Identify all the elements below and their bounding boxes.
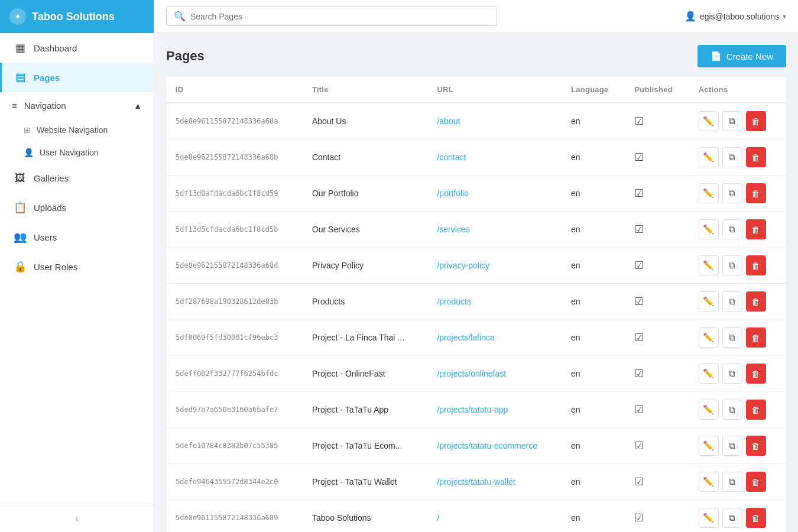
pages-icon: ▤ [14, 71, 27, 84]
search-box[interactable]: 🔍 [166, 7, 497, 26]
cell-url-3[interactable]: /services [427, 212, 562, 248]
cell-url-8[interactable]: /projects/tatatu-app [427, 392, 562, 428]
cell-title-1: Contact [303, 140, 428, 176]
cell-actions-1: ✏️ ⧉ 🗑 [689, 140, 786, 176]
url-link-6[interactable]: /projects/lafinca [437, 333, 494, 342]
create-new-button[interactable]: 📄 Create New [698, 45, 786, 67]
app-name: Taboo Solutions [32, 11, 115, 23]
delete-button-5[interactable]: 🗑 [746, 291, 766, 312]
url-link-8[interactable]: /projects/tatatu-app [437, 405, 508, 414]
copy-button-3[interactable]: ⧉ [722, 219, 742, 239]
sidebar-item-pages[interactable]: ▤ Pages [0, 63, 154, 92]
action-buttons-1: ✏️ ⧉ 🗑 [699, 147, 777, 167]
url-link-9[interactable]: /projects/tatatu-ecommerce [437, 441, 537, 450]
cell-url-1[interactable]: /contact [427, 140, 562, 176]
copy-button-0[interactable]: ⧉ [722, 111, 742, 131]
url-link-10[interactable]: /projects/tatatu-wallet [437, 477, 515, 486]
user-navigation-icon: 👤 [24, 148, 34, 157]
edit-button-8[interactable]: ✏️ [699, 400, 719, 420]
cell-url-11[interactable]: / [427, 500, 562, 533]
sidebar-item-website-navigation[interactable]: ⊞ Website Navigation [0, 119, 154, 141]
edit-button-3[interactable]: ✏️ [699, 219, 719, 239]
copy-button-10[interactable]: ⧉ [722, 472, 742, 492]
edit-button-2[interactable]: ✏️ [699, 183, 719, 203]
edit-button-7[interactable]: ✏️ [699, 364, 719, 384]
table-row: 5ded97a7a650e3160a6bafe7 Project - TaTaT… [166, 392, 786, 428]
sidebar-item-dashboard[interactable]: ▦ Dashboard [0, 33, 154, 63]
search-input[interactable] [190, 12, 489, 21]
copy-button-6[interactable]: ⧉ [722, 327, 742, 348]
cell-url-2[interactable]: /portfolio [427, 176, 562, 212]
delete-button-3[interactable]: 🗑 [746, 219, 766, 239]
sidebar-label-website-navigation: Website Navigation [37, 125, 108, 135]
cell-actions-2: ✏️ ⧉ 🗑 [689, 176, 786, 212]
url-link-3[interactable]: /services [437, 225, 469, 234]
url-link-4[interactable]: /privacy-policy [437, 261, 489, 270]
cell-url-6[interactable]: /projects/lafinca [427, 320, 562, 356]
edit-button-0[interactable]: ✏️ [699, 111, 719, 131]
galleries-icon: 🖼 [14, 172, 27, 184]
cell-published-3: ☑ [625, 212, 689, 248]
edit-button-11[interactable]: ✏️ [699, 508, 719, 528]
url-link-5[interactable]: /products [437, 297, 471, 306]
cell-url-5[interactable]: /products [427, 284, 562, 320]
action-buttons-9: ✏️ ⧉ 🗑 [699, 436, 777, 456]
delete-button-8[interactable]: 🗑 [746, 400, 766, 420]
sidebar-item-user-roles[interactable]: 🔒 User Roles [0, 252, 154, 281]
sidebar-item-galleries[interactable]: 🖼 Galleries [0, 164, 154, 193]
cell-url-0[interactable]: /about [427, 103, 562, 140]
copy-button-5[interactable]: ⧉ [722, 291, 742, 312]
sidebar-item-navigation[interactable]: ≡ Navigation ▲ [0, 92, 154, 119]
edit-button-4[interactable]: ✏️ [699, 255, 719, 275]
sidebar-item-users[interactable]: 👥 Users [0, 222, 154, 252]
table-row: 5df13d0afdacda6bc1f8cd59 Our Portfolio /… [166, 176, 786, 212]
delete-button-1[interactable]: 🗑 [746, 147, 766, 167]
copy-button-1[interactable]: ⧉ [722, 147, 742, 167]
delete-button-7[interactable]: 🗑 [746, 364, 766, 384]
copy-button-2[interactable]: ⧉ [722, 183, 742, 203]
sidebar-nav: ▦ Dashboard▤ Pages ≡ Navigation ▲⊞ Websi… [0, 33, 154, 281]
page-title: Pages [166, 48, 205, 64]
action-buttons-2: ✏️ ⧉ 🗑 [699, 183, 777, 203]
cell-url-4[interactable]: /privacy-policy [427, 248, 562, 284]
user-menu[interactable]: 👤 egis@taboo.solutions ▾ [685, 11, 786, 22]
url-link-7[interactable]: /projects/onlinefast [437, 369, 506, 378]
sidebar-collapse-button[interactable]: ‹ [0, 505, 154, 532]
cell-title-3: Our Services [303, 212, 428, 248]
url-link-1[interactable]: /contact [437, 153, 466, 162]
cell-id-0: 5de8e961155872148336a68a [166, 103, 303, 140]
edit-button-10[interactable]: ✏️ [699, 472, 719, 492]
edit-button-1[interactable]: ✏️ [699, 147, 719, 167]
url-link-0[interactable]: /about [437, 116, 460, 126]
url-link-11[interactable]: / [437, 513, 439, 523]
delete-button-2[interactable]: 🗑 [746, 183, 766, 203]
cell-url-9[interactable]: /projects/tatatu-ecommerce [427, 428, 562, 464]
sidebar-label-navigation: Navigation [24, 100, 66, 111]
delete-button-9[interactable]: 🗑 [746, 436, 766, 456]
edit-button-6[interactable]: ✏️ [699, 327, 719, 348]
cell-url-10[interactable]: /projects/tatatu-wallet [427, 464, 562, 500]
cell-lang-1: en [562, 140, 625, 176]
sidebar-item-uploads[interactable]: 📋 Uploads [0, 193, 154, 222]
cell-actions-9: ✏️ ⧉ 🗑 [689, 428, 786, 464]
table-row: 5df13d5cfdacda6bc1f8cd5b Our Services /s… [166, 212, 786, 248]
cell-title-2: Our Portfolio [303, 176, 428, 212]
delete-button-11[interactable]: 🗑 [746, 508, 766, 528]
sidebar-item-user-navigation[interactable]: 👤 User Navigation [0, 141, 154, 164]
delete-button-4[interactable]: 🗑 [746, 255, 766, 275]
edit-button-9[interactable]: ✏️ [699, 436, 719, 456]
col-header-title: Title [303, 77, 428, 103]
delete-button-10[interactable]: 🗑 [746, 472, 766, 492]
cell-lang-11: en [562, 500, 625, 533]
delete-button-6[interactable]: 🗑 [746, 327, 766, 348]
copy-button-7[interactable]: ⧉ [722, 364, 742, 384]
copy-button-8[interactable]: ⧉ [722, 400, 742, 420]
url-link-2[interactable]: /portfolio [437, 189, 469, 198]
copy-button-4[interactable]: ⧉ [722, 255, 742, 275]
cell-url-7[interactable]: /projects/onlinefast [427, 356, 562, 392]
cell-actions-7: ✏️ ⧉ 🗑 [689, 356, 786, 392]
copy-button-11[interactable]: ⧉ [722, 508, 742, 528]
edit-button-5[interactable]: ✏️ [699, 291, 719, 312]
copy-button-9[interactable]: ⧉ [722, 436, 742, 456]
delete-button-0[interactable]: 🗑 [746, 111, 766, 131]
